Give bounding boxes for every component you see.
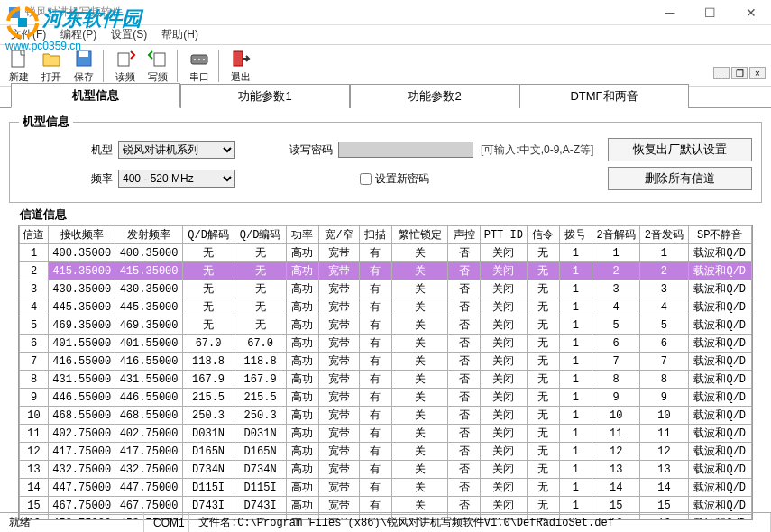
table-cell[interactable]: 1	[640, 244, 688, 262]
table-cell[interactable]: 否	[447, 407, 480, 425]
table-cell[interactable]: 否	[447, 316, 480, 335]
table-cell[interactable]: 1	[20, 244, 49, 262]
table-cell[interactable]: 宽带	[319, 389, 360, 407]
table-cell[interactable]: 415.35000	[115, 262, 182, 280]
open-button[interactable]: 打开	[36, 48, 67, 84]
table-cell[interactable]: 无	[527, 335, 559, 353]
table-cell[interactable]: 无	[182, 298, 234, 316]
column-header[interactable]: 功率	[286, 226, 318, 244]
table-cell[interactable]: 417.75000	[48, 443, 115, 461]
table-cell[interactable]: 无	[527, 262, 559, 280]
table-cell[interactable]: 有	[359, 443, 391, 461]
table-cell[interactable]: 401.55000	[115, 335, 182, 353]
table-cell[interactable]: 14	[20, 479, 49, 497]
new-password-checkbox[interactable]: 设置新密码	[360, 171, 429, 187]
table-cell[interactable]: 载波和Q/D	[688, 335, 751, 353]
table-cell[interactable]: 401.55000	[48, 335, 115, 353]
table-cell[interactable]: 402.75000	[48, 425, 115, 443]
table-cell[interactable]: 118.8	[234, 353, 287, 371]
table-cell[interactable]: 5	[592, 316, 640, 335]
table-cell[interactable]: 有	[359, 353, 391, 371]
table-cell[interactable]: 有	[359, 335, 391, 353]
table-cell[interactable]: D031N	[182, 425, 234, 443]
table-cell[interactable]: 关	[392, 425, 448, 443]
tab-model-info[interactable]: 机型信息	[11, 83, 180, 108]
table-cell[interactable]: 关	[392, 443, 448, 461]
table-cell[interactable]: 有	[359, 298, 391, 316]
maximize-button[interactable]: ☐	[690, 0, 730, 25]
column-header[interactable]: SP不静音	[688, 226, 751, 244]
table-cell[interactable]: 无	[527, 316, 559, 335]
table-cell[interactable]: 11	[640, 425, 688, 443]
table-cell[interactable]: 9	[640, 389, 688, 407]
menu-settings[interactable]: 设置(S)	[104, 25, 154, 44]
table-cell[interactable]: 关闭	[481, 389, 527, 407]
table-cell[interactable]: 3	[592, 280, 640, 298]
table-cell[interactable]: 4	[20, 298, 49, 316]
table-cell[interactable]: 否	[447, 371, 480, 389]
table-cell[interactable]: 有	[359, 425, 391, 443]
table-row[interactable]: 5469.35000469.35000无无高功宽带有关否关闭无155载波和Q/D	[20, 316, 752, 335]
table-cell[interactable]: 400.35000	[115, 244, 182, 262]
table-cell[interactable]: 载波和Q/D	[688, 316, 751, 335]
table-cell[interactable]: 有	[359, 262, 391, 280]
table-cell[interactable]: 无	[234, 316, 287, 335]
table-cell[interactable]: 12	[640, 443, 688, 461]
table-cell[interactable]: 250.3	[234, 407, 287, 425]
table-row[interactable]: 9446.55000446.55000215.5215.5高功宽带有关否关闭无1…	[20, 389, 752, 407]
table-cell[interactable]: 关闭	[481, 371, 527, 389]
minimize-button[interactable]: ─	[649, 0, 690, 25]
table-cell[interactable]: 14	[640, 479, 688, 497]
table-cell[interactable]: 1	[592, 244, 640, 262]
table-cell[interactable]: 215.5	[182, 389, 234, 407]
table-cell[interactable]: 1	[559, 298, 592, 316]
column-header[interactable]: 接收频率	[48, 226, 115, 244]
table-cell[interactable]: 载波和Q/D	[688, 353, 751, 371]
table-cell[interactable]: 有	[359, 280, 391, 298]
table-cell[interactable]: 468.55000	[48, 407, 115, 425]
table-cell[interactable]: 无	[527, 479, 559, 497]
table-cell[interactable]: 1	[559, 425, 592, 443]
model-select[interactable]: 锐风对讲机系列	[118, 141, 235, 159]
table-cell[interactable]: 高功	[286, 425, 318, 443]
table-cell[interactable]: 载波和Q/D	[688, 425, 751, 443]
table-cell[interactable]: 4	[592, 298, 640, 316]
table-cell[interactable]: 高功	[286, 244, 318, 262]
table-cell[interactable]: 14	[592, 479, 640, 497]
table-cell[interactable]: 430.35000	[48, 280, 115, 298]
table-cell[interactable]: 4	[640, 298, 688, 316]
table-cell[interactable]: 5	[640, 316, 688, 335]
table-cell[interactable]: 6	[592, 335, 640, 353]
table-cell[interactable]: 宽带	[319, 262, 360, 280]
table-cell[interactable]: 1	[559, 461, 592, 479]
table-cell[interactable]: 宽带	[319, 461, 360, 479]
write-button[interactable]: 写频	[142, 48, 173, 84]
table-cell[interactable]: 6	[20, 335, 49, 353]
table-cell[interactable]: 宽带	[319, 353, 360, 371]
table-cell[interactable]: 5	[20, 316, 49, 335]
table-cell[interactable]: 载波和Q/D	[688, 443, 751, 461]
table-cell[interactable]: 无	[527, 353, 559, 371]
column-header[interactable]: 声控	[447, 226, 480, 244]
table-cell[interactable]: 关	[392, 353, 448, 371]
table-cell[interactable]: 宽带	[319, 371, 360, 389]
table-cell[interactable]: 447.75000	[115, 479, 182, 497]
new-button[interactable]: 新建	[4, 48, 34, 84]
table-cell[interactable]: 关闭	[481, 298, 527, 316]
table-cell[interactable]: 高功	[286, 316, 318, 335]
table-cell[interactable]: 无	[527, 244, 559, 262]
table-row[interactable]: 13432.75000432.75000D734ND734N高功宽带有关否关闭无…	[20, 461, 752, 479]
table-cell[interactable]: 有	[359, 316, 391, 335]
table-cell[interactable]: 关闭	[481, 407, 527, 425]
table-cell[interactable]: D115I	[234, 479, 287, 497]
table-cell[interactable]: 416.55000	[48, 353, 115, 371]
table-cell[interactable]: 9	[592, 389, 640, 407]
table-cell[interactable]: 无	[234, 280, 287, 298]
table-row[interactable]: 6401.55000401.5500067.067.0高功宽带有关否关闭无166…	[20, 335, 752, 353]
table-cell[interactable]: 7	[20, 353, 49, 371]
table-cell[interactable]: 有	[359, 461, 391, 479]
table-cell[interactable]: 无	[527, 407, 559, 425]
table-cell[interactable]: 关	[392, 262, 448, 280]
table-cell[interactable]: D734N	[234, 461, 287, 479]
table-cell[interactable]: 载波和Q/D	[688, 280, 751, 298]
